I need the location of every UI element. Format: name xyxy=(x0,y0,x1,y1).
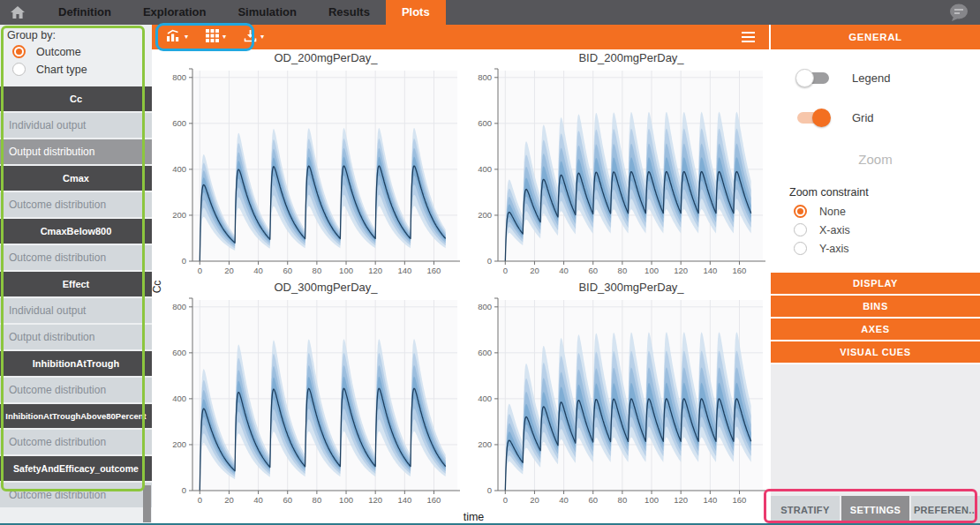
hamburger-menu-icon[interactable] xyxy=(742,32,755,42)
legend-toggle-row: Legend xyxy=(797,69,980,87)
svg-text:400: 400 xyxy=(478,164,492,174)
sidebar-group-inhibitionattrough: InhibitionAtTrough xyxy=(0,351,152,376)
plot-canvas-od-300mgperday[interactable]: 0200400600800020406080100120140160 xyxy=(162,296,463,508)
home-icon[interactable] xyxy=(11,6,25,19)
radio-y-axis[interactable] xyxy=(794,242,807,255)
radio-chart-type[interactable] xyxy=(12,63,26,76)
svg-text:80: 80 xyxy=(618,266,628,275)
group-by-option-chart-type[interactable]: Chart type xyxy=(12,63,145,76)
svg-text:800: 800 xyxy=(172,72,186,82)
svg-text:40: 40 xyxy=(253,495,263,505)
svg-text:0: 0 xyxy=(503,495,508,505)
plot-title-bid-200mgperday: BID_200mgPerDay_ xyxy=(468,49,768,66)
tab-preferen[interactable]: PREFEREN... xyxy=(911,496,980,523)
tab-settings[interactable]: SETTINGS xyxy=(841,496,910,523)
radio-outcome[interactable] xyxy=(12,45,26,58)
toggle-knob xyxy=(795,69,814,87)
nav-tab-results[interactable]: Results xyxy=(313,0,386,25)
sidebar-item-outcome-distribution[interactable]: Outcome distribution xyxy=(0,245,152,270)
svg-text:20: 20 xyxy=(224,266,234,275)
sidebar-group-inhibitionattroughabove80percent: InhibitionAtTroughAbove80Percent xyxy=(0,404,152,428)
sidebar-item-individual-output[interactable]: Individual output xyxy=(0,113,152,138)
sidebar-item-individual-output[interactable]: Individual output xyxy=(0,298,152,323)
export-download-button[interactable]: ▾ xyxy=(244,29,264,46)
sidebar-item-outcome-distribution[interactable]: Outcome distribution xyxy=(0,378,152,402)
sidebar-scrollbar-thumb[interactable] xyxy=(143,485,151,522)
subplot-bid-300mgperday: BID_300mgPerDay_020040060080002040608010… xyxy=(468,279,768,508)
svg-text:0: 0 xyxy=(198,266,202,275)
speech-bubble-icon[interactable] xyxy=(948,3,969,26)
svg-text:800: 800 xyxy=(478,72,492,82)
svg-text:140: 140 xyxy=(703,266,717,275)
visual-cues-section-header[interactable]: VISUAL CUES xyxy=(771,341,980,364)
zoom-constraint-option-label: X-axis xyxy=(819,224,850,236)
svg-text:100: 100 xyxy=(339,495,353,505)
plots-grid: OD_200mgPerDay_0200400600800020406080100… xyxy=(162,49,764,508)
group-by-label: Group by: xyxy=(7,29,145,41)
plot-canvas-od-200mgperday[interactable]: 0200400600800020406080100120140160 xyxy=(162,66,463,279)
plot-canvas-bid-300mgperday[interactable]: 0200400600800020406080100120140160 xyxy=(468,296,768,508)
svg-text:400: 400 xyxy=(478,394,492,403)
axes-section-header[interactable]: AXES xyxy=(771,319,980,341)
svg-text:200: 200 xyxy=(478,439,492,449)
nav-tab-definition[interactable]: Definition xyxy=(42,0,127,25)
svg-text:600: 600 xyxy=(478,118,492,128)
export-download-icon xyxy=(244,29,257,46)
sidebar-group-cmaxbelow800: CmaxBelow800 xyxy=(0,219,152,244)
svg-text:20: 20 xyxy=(224,495,234,505)
sidebar: Group by: OutcomeChart type CcIndividual… xyxy=(0,25,152,525)
radio-x-axis[interactable] xyxy=(794,223,807,236)
group-by-option-outcome[interactable]: Outcome xyxy=(12,45,145,58)
sidebar-item-outcome-distribution[interactable]: Outcome distribution xyxy=(0,483,152,507)
svg-text:60: 60 xyxy=(283,266,292,275)
layout-grid-button[interactable]: ▾ xyxy=(206,29,226,46)
chevron-down-icon: ▾ xyxy=(260,34,264,41)
sidebar-item-outcome-distribution[interactable]: Outcome distribution xyxy=(0,430,152,454)
zoom-constraint-x-axis[interactable]: X-axis xyxy=(794,223,980,236)
svg-text:200: 200 xyxy=(478,210,492,220)
legend-toggle[interactable] xyxy=(797,72,829,84)
sidebar-item-output-distribution[interactable]: Output distribution xyxy=(0,139,152,164)
svg-text:40: 40 xyxy=(253,266,263,275)
svg-text:160: 160 xyxy=(733,495,747,505)
general-section-header[interactable]: GENERAL xyxy=(771,25,980,49)
grid-toggle-row: Grid xyxy=(797,109,980,127)
toggle-knob xyxy=(812,109,831,127)
sidebar-group-safetyandefficacy-outcome: SafetyAndEfficacy_outcome xyxy=(0,456,152,481)
subplot-od-300mgperday: OD_300mgPerDay_0200400600800020406080100… xyxy=(162,279,463,508)
nav-tab-simulation[interactable]: Simulation xyxy=(222,0,312,25)
svg-text:0: 0 xyxy=(503,266,508,275)
svg-text:160: 160 xyxy=(427,266,441,275)
svg-text:80: 80 xyxy=(313,495,322,505)
svg-text:40: 40 xyxy=(559,495,569,505)
sidebar-item-outcome-distribution[interactable]: Outcome distribution xyxy=(0,192,152,217)
bins-section-header[interactable]: BINS xyxy=(771,296,980,319)
general-section-content: LegendGrid Zoom Zoom constraint NoneX-ax… xyxy=(771,49,980,273)
tab-stratify[interactable]: STRATIFY xyxy=(771,496,840,523)
nav-tab-plots[interactable]: Plots xyxy=(386,0,446,25)
plot-title-od-200mgperday: OD_200mgPerDay_ xyxy=(162,49,463,66)
sidebar-item-output-distribution[interactable]: Output distribution xyxy=(0,325,152,349)
radio-none[interactable] xyxy=(794,205,807,218)
svg-text:0: 0 xyxy=(182,256,186,266)
grid-toggle[interactable] xyxy=(797,112,829,124)
svg-text:600: 600 xyxy=(172,118,186,128)
svg-text:60: 60 xyxy=(588,266,598,275)
settings-tabs: STRATIFYSETTINGSPREFEREN... xyxy=(771,496,980,523)
svg-text:140: 140 xyxy=(397,266,411,275)
svg-text:120: 120 xyxy=(674,266,688,275)
svg-text:60: 60 xyxy=(283,495,292,505)
zoom-title: Zoom xyxy=(771,152,980,167)
svg-text:400: 400 xyxy=(172,394,186,403)
zoom-constraint-y-axis[interactable]: Y-axis xyxy=(794,242,980,255)
svg-text:100: 100 xyxy=(339,266,353,275)
svg-text:20: 20 xyxy=(530,495,539,505)
svg-text:120: 120 xyxy=(674,495,688,505)
nav-tab-exploration[interactable]: Exploration xyxy=(127,0,222,25)
svg-text:200: 200 xyxy=(172,439,186,449)
svg-text:80: 80 xyxy=(618,495,628,505)
chart-type-button[interactable]: ▾ xyxy=(166,29,188,46)
plot-canvas-bid-200mgperday[interactable]: 0200400600800020406080100120140160 xyxy=(468,66,768,279)
zoom-constraint-none[interactable]: None xyxy=(794,205,980,218)
display-section-header[interactable]: DISPLAY xyxy=(771,273,980,296)
